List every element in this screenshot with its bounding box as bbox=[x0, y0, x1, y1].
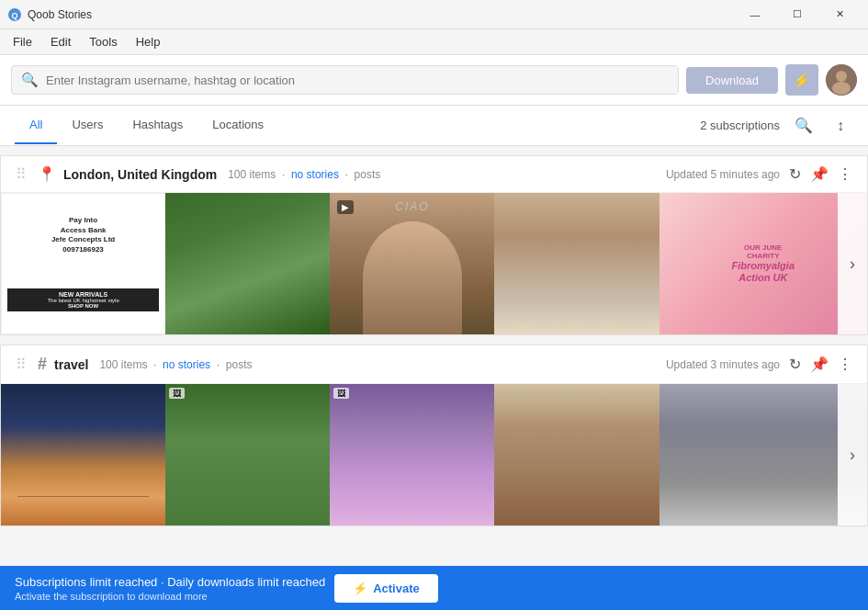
ad-text: Pay IntoAccess BankJefe Concepts Ltd0097… bbox=[51, 216, 115, 254]
thumb-london-1[interactable]: Pay IntoAccess BankJefe Concepts Ltd0097… bbox=[1, 193, 165, 334]
avatar[interactable] bbox=[826, 64, 857, 96]
notification-text: Subscriptions limit reached · Daily down… bbox=[15, 575, 325, 602]
window-controls: — ☐ ✕ bbox=[734, 0, 861, 29]
charity-name: FibromyalgiaAction UK bbox=[732, 260, 795, 284]
thumb-london-4[interactable] bbox=[494, 193, 659, 334]
travel-pin-button[interactable]: 📌 bbox=[810, 356, 829, 373]
notification-sub: Activate the subscription to download mo… bbox=[15, 591, 325, 602]
search-input[interactable] bbox=[46, 73, 669, 87]
thumb-london-2[interactable] bbox=[165, 193, 330, 334]
tabs-bar: All Users Hashtags Locations 2 subscript… bbox=[0, 106, 868, 146]
ciao-text: CIAO bbox=[330, 200, 494, 213]
subscriptions-label: 2 subscriptions bbox=[700, 119, 780, 132]
london-meta: 100 items · no stories · posts bbox=[228, 168, 380, 181]
london-title: London, United Kingdom bbox=[63, 167, 217, 182]
travel-refresh-button[interactable]: ↻ bbox=[789, 356, 801, 373]
thumb-travel-1[interactable] bbox=[1, 384, 165, 525]
app-icon: Q bbox=[7, 7, 22, 22]
location-icon: 📍 bbox=[38, 165, 56, 183]
travel-next-button[interactable]: › bbox=[838, 384, 867, 525]
thumb-travel-5[interactable] bbox=[659, 384, 867, 525]
image-badge-3: 🖼 bbox=[333, 388, 349, 399]
travel-stories-link[interactable]: no stories bbox=[163, 358, 210, 371]
tabs-right: 2 subscriptions 🔍 ↕ bbox=[700, 113, 853, 139]
london-pin-button[interactable]: 📌 bbox=[810, 165, 829, 183]
travel-thumbnails: 🖼 🖼 › bbox=[1, 383, 867, 525]
refresh-icon: ↻ bbox=[789, 165, 801, 183]
search-icon: 🔍 bbox=[21, 72, 39, 88]
refresh-icon-travel: ↻ bbox=[789, 356, 801, 373]
charity-header: OUR JUNECHARITY bbox=[744, 243, 782, 260]
london-refresh-button[interactable]: ↻ bbox=[789, 165, 801, 183]
minimize-button[interactable]: — bbox=[734, 0, 776, 29]
london-status: Updated 5 minutes ago ↻ 📌 ⋮ bbox=[666, 165, 852, 183]
travel-updated: Updated 3 minutes ago bbox=[666, 358, 780, 371]
pin-icon: 📌 bbox=[810, 165, 829, 183]
menu-bar: File Edit Tools Help bbox=[0, 29, 868, 55]
tabs: All Users Hashtags Locations bbox=[15, 107, 700, 144]
filter-icon: ⚡ bbox=[793, 72, 811, 89]
london-stories-link[interactable]: no stories bbox=[291, 168, 339, 181]
section-travel-header: ⠿ # travel 100 items · no stories · post… bbox=[1, 345, 867, 383]
search-bar: 🔍 Download ⚡ bbox=[0, 55, 868, 106]
search-subscriptions-button[interactable]: 🔍 bbox=[791, 113, 817, 139]
section-london: ⠿ 📍 London, United Kingdom 100 items · n… bbox=[0, 155, 868, 335]
london-thumbnails: Pay IntoAccess BankJefe Concepts Ltd0097… bbox=[1, 192, 867, 334]
menu-tools[interactable]: Tools bbox=[80, 31, 126, 52]
thumb-travel-3[interactable]: 🖼 bbox=[330, 384, 494, 525]
travel-more-button[interactable]: ⋮ bbox=[838, 356, 852, 373]
thumb-travel-2[interactable]: 🖼 bbox=[165, 384, 330, 525]
london-items-count: 100 items bbox=[228, 168, 276, 181]
close-button[interactable]: ✕ bbox=[818, 0, 861, 29]
menu-help[interactable]: Help bbox=[127, 31, 170, 52]
title-bar: Q Qoob Stories — ☐ ✕ bbox=[0, 0, 868, 29]
travel-status: Updated 3 minutes ago ↻ 📌 ⋮ bbox=[666, 356, 852, 373]
activate-label: Activate bbox=[373, 582, 420, 595]
svg-point-4 bbox=[832, 82, 851, 95]
video-badge: ▶ bbox=[337, 200, 354, 214]
london-more-button[interactable]: ⋮ bbox=[838, 165, 852, 183]
more-icon: ⋮ bbox=[838, 165, 852, 183]
notification-bar: Subscriptions limit reached · Daily down… bbox=[0, 566, 868, 610]
travel-title: travel bbox=[54, 357, 88, 372]
tab-hashtags[interactable]: Hashtags bbox=[118, 107, 197, 144]
travel-posts-label: posts bbox=[226, 358, 253, 371]
sort-icon: ↕ bbox=[837, 118, 844, 134]
london-updated: Updated 5 minutes ago bbox=[666, 168, 780, 181]
activate-button[interactable]: ⚡ Activate bbox=[334, 574, 438, 603]
search-wrapper[interactable]: 🔍 bbox=[11, 65, 679, 95]
content-area: ⠿ 📍 London, United Kingdom 100 items · n… bbox=[0, 146, 868, 565]
section-travel: ⠿ # travel 100 items · no stories · post… bbox=[0, 345, 868, 526]
pin-icon-travel: 📌 bbox=[810, 356, 829, 373]
svg-text:Q: Q bbox=[11, 11, 17, 20]
hashtag-icon: # bbox=[38, 355, 47, 374]
ad-bottom: NEW ARRIVALS The latest UK highstreet st… bbox=[7, 288, 159, 311]
tab-locations[interactable]: Locations bbox=[197, 107, 278, 144]
thumb-london-3[interactable]: CIAO ▶ bbox=[330, 193, 494, 334]
notification-main: Subscriptions limit reached · Daily down… bbox=[15, 575, 325, 589]
image-badge-2: 🖼 bbox=[169, 388, 185, 399]
download-button[interactable]: Download bbox=[686, 67, 778, 94]
tab-users[interactable]: Users bbox=[57, 107, 118, 144]
maximize-button[interactable]: ☐ bbox=[776, 0, 818, 29]
sort-button[interactable]: ↕ bbox=[828, 113, 853, 139]
svg-point-3 bbox=[836, 71, 847, 82]
menu-edit[interactable]: Edit bbox=[41, 31, 80, 52]
more-icon-travel: ⋮ bbox=[838, 356, 852, 373]
menu-file[interactable]: File bbox=[4, 31, 41, 52]
search-subscriptions-icon: 🔍 bbox=[795, 117, 813, 134]
tab-all[interactable]: All bbox=[15, 107, 57, 144]
drag-handle-london[interactable]: ⠿ bbox=[16, 165, 27, 183]
thumb-travel-4[interactable] bbox=[494, 384, 659, 525]
lightning-icon: ⚡ bbox=[353, 582, 367, 595]
filter-button[interactable]: ⚡ bbox=[785, 64, 818, 96]
travel-meta: 100 items · no stories · posts bbox=[99, 358, 252, 371]
app-title: Qoob Stories bbox=[28, 8, 734, 21]
travel-items-count: 100 items bbox=[99, 358, 147, 371]
london-next-button[interactable]: › bbox=[838, 193, 867, 334]
thumb-london-5[interactable]: OUR JUNECHARITY FibromyalgiaAction UK bbox=[659, 193, 867, 334]
drag-handle-travel[interactable]: ⠿ bbox=[16, 356, 27, 373]
section-london-header: ⠿ 📍 London, United Kingdom 100 items · n… bbox=[1, 156, 867, 192]
london-posts-label: posts bbox=[355, 168, 381, 181]
